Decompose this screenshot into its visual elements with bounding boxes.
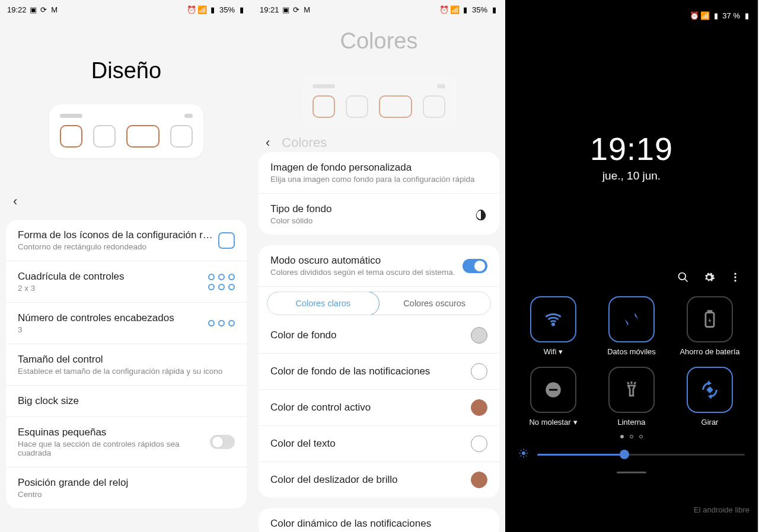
qs-grid: Wifi▾ Datos móviles Ahorro de batería No…	[505, 286, 758, 427]
page-title: Diseño	[0, 58, 253, 84]
row-size[interactable]: Tamaño del controlEstablece el tamaño de…	[6, 344, 247, 386]
subtitle: Colores	[282, 135, 327, 150]
row-slider-color[interactable]: Color del deslizador de brillo	[259, 462, 499, 498]
sync-icon: ⟳	[292, 5, 301, 14]
row-bg-type[interactable]: Tipo de fondoColor sólido	[259, 194, 499, 235]
signal-icon: ▮	[461, 5, 470, 14]
gear-icon[interactable]	[703, 271, 715, 286]
page-dot[interactable]	[630, 435, 633, 438]
data-icon[interactable]	[608, 296, 655, 342]
color-swatch	[471, 472, 487, 488]
layout-preview	[49, 104, 203, 158]
row-active-color[interactable]: Color de control activo	[259, 390, 499, 426]
color-swatch	[471, 327, 487, 344]
battery-pct: 35%	[472, 5, 487, 14]
seg-dark[interactable]: Colores oscuros	[379, 292, 491, 315]
clock-time: 19:19	[505, 130, 758, 167]
battery-icon: ▮	[237, 5, 245, 14]
wifi-icon: 📶	[451, 5, 459, 14]
wifi-icon[interactable]	[530, 296, 576, 342]
qs-wifi[interactable]: Wifi▾	[517, 296, 589, 356]
flashlight-icon[interactable]	[608, 367, 655, 413]
auto-dark-toggle[interactable]	[463, 259, 487, 273]
svg-point-5	[552, 323, 554, 325]
back-button[interactable]: ‹	[13, 194, 17, 209]
watermark: El androide libre	[694, 505, 750, 514]
status-time: 19:21	[260, 5, 279, 14]
svg-line-19	[521, 450, 522, 451]
row-dynamic[interactable]: Color dinámico de las notificaciones	[259, 508, 499, 532]
dnd-icon[interactable]	[530, 367, 576, 413]
more-icon[interactable]	[729, 271, 741, 286]
clock: 19:19 jue., 10 jun.	[505, 130, 758, 182]
qs-dnd[interactable]: No molestar▾	[517, 367, 589, 427]
header-faded: Colores ‹ Colores	[253, 28, 505, 129]
svg-point-4	[734, 280, 736, 281]
qs-flash[interactable]: Linterna	[595, 367, 668, 427]
color-swatch	[471, 435, 487, 452]
brightness-icon	[518, 448, 529, 461]
wifi-icon: 📶	[198, 5, 206, 14]
row-bg-color[interactable]: Color de fondo	[259, 318, 499, 354]
chevron-down-icon: ▾	[573, 418, 578, 427]
battery-pct: 37 %	[722, 11, 740, 20]
dynamic-card: Color dinámico de las notificaciones	[259, 508, 499, 532]
page-dot[interactable]	[620, 435, 624, 438]
battery-icon: ▮	[490, 5, 498, 14]
svg-line-1	[685, 279, 688, 282]
svg-point-14	[522, 451, 525, 455]
brightness-slider[interactable]	[505, 442, 758, 467]
seg-light[interactable]: Colores claros	[267, 291, 380, 315]
search-icon[interactable]	[677, 271, 689, 286]
grid-icon	[208, 274, 235, 290]
contrast-icon	[474, 208, 487, 221]
svg-point-2	[734, 273, 736, 275]
svg-line-20	[526, 456, 527, 457]
battery-saver-icon[interactable]	[687, 296, 733, 342]
status-time: 19:22	[7, 5, 27, 14]
svg-point-3	[734, 276, 736, 278]
dots-icon	[208, 320, 235, 326]
theme-segment[interactable]: Colores claros Colores oscuros	[267, 291, 491, 315]
qs-battery[interactable]: Ahorro de batería	[674, 296, 746, 356]
row-notif-bg[interactable]: Color de fondo de las notificaciones	[259, 354, 499, 390]
row-headers[interactable]: Número de controles encabezados3	[6, 303, 247, 344]
qs-data[interactable]: Datos móviles	[595, 296, 668, 356]
row-bigclock[interactable]: Big clock size	[6, 386, 247, 417]
row-grid[interactable]: Cuadrícula de controles2 x 3	[6, 261, 247, 303]
row-icon-shape[interactable]: Forma de los íconos de la configuración …	[6, 220, 247, 261]
color-swatch	[471, 363, 487, 380]
svg-rect-13	[706, 386, 713, 393]
drag-handle[interactable]	[617, 472, 646, 473]
status-bar: 19:22 ▣ ⟳ M ⏰ 📶 ▮ 35% ▮	[0, 0, 253, 17]
row-corners[interactable]: Esquinas pequeñasHace que la sección de …	[6, 417, 247, 467]
alarm-icon: ⏰	[187, 5, 196, 14]
row-custom-bg[interactable]: Imagen de fondo personalizadaElija una i…	[259, 152, 499, 194]
page-dot[interactable]	[639, 435, 643, 438]
chevron-down-icon: ▾	[559, 347, 563, 356]
alarm-icon: ⏰	[690, 11, 699, 20]
row-clockpos[interactable]: Posición grande del relojCentro	[6, 467, 247, 508]
settings-list: Forma de los íconos de la configuración …	[6, 220, 247, 508]
svg-line-12	[634, 382, 636, 384]
qs-rotate[interactable]: Girar	[674, 367, 746, 427]
signal-icon: ▮	[712, 11, 720, 20]
status-bar: ⏰ 📶 ▮ 37 % ▮	[505, 0, 758, 24]
row-auto-dark[interactable]: Modo oscuro automáticoColores divididos …	[259, 245, 499, 287]
qs-actions	[505, 271, 758, 286]
shape-preview-icon	[218, 232, 235, 249]
svg-line-21	[521, 456, 522, 457]
alarm-icon: ⏰	[440, 5, 448, 14]
svg-rect-9	[549, 389, 557, 391]
corners-toggle[interactable]	[210, 435, 235, 449]
layout-preview	[302, 75, 456, 129]
back-button[interactable]: ‹	[266, 135, 270, 150]
row-text-color[interactable]: Color del texto	[259, 426, 499, 462]
pager	[505, 435, 758, 438]
svg-point-0	[679, 273, 686, 280]
image-icon: ▣	[29, 5, 37, 14]
svg-line-22	[526, 450, 527, 451]
svg-line-11	[627, 382, 629, 384]
svg-rect-7	[708, 311, 712, 313]
rotate-icon[interactable]	[687, 367, 733, 413]
